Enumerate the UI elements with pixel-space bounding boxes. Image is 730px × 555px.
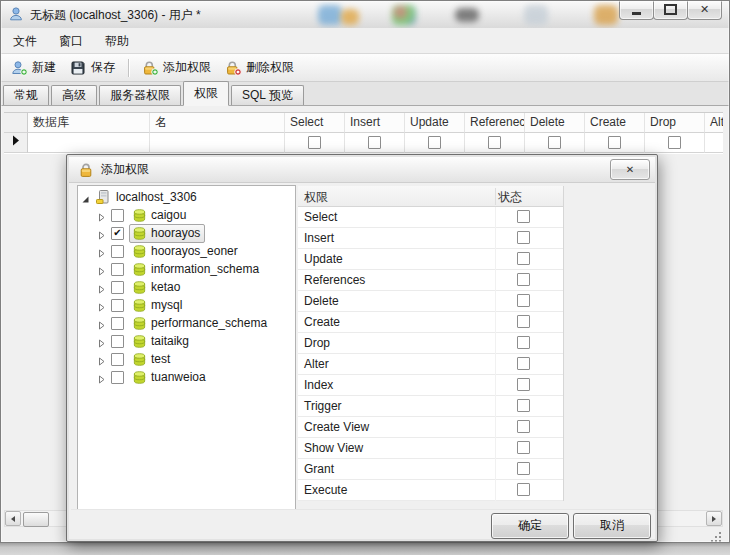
perm-row-delete[interactable]: Delete	[298, 291, 563, 312]
tree-item-caigou[interactable]: caigou	[78, 206, 295, 224]
perm-checkbox-select[interactable]	[517, 210, 530, 223]
perm-checkbox-alter[interactable]	[517, 357, 530, 370]
grid-column-header-create[interactable]: Create	[585, 113, 645, 133]
grid-column-header-drop[interactable]: Drop	[645, 113, 705, 133]
grid-cell-update[interactable]	[405, 133, 465, 153]
checkbox-referenece[interactable]	[488, 136, 501, 149]
grid-cell-database[interactable]	[28, 133, 150, 153]
tree-checkbox-caigou[interactable]	[111, 209, 124, 222]
perm-row-select[interactable]: Select	[298, 207, 563, 228]
tree-item-hoorayos-eoner[interactable]: hoorayos_eoner	[78, 242, 295, 260]
grid-column-header-alter[interactable]: Alter	[705, 113, 723, 133]
tree-item-tuanweioa[interactable]: tuanweioa	[78, 368, 295, 386]
tab-sql-preview[interactable]: SQL 预览	[231, 85, 304, 105]
horizontal-scroll-thumb[interactable]	[23, 512, 49, 527]
checkbox-select[interactable]	[308, 136, 321, 149]
tree-checkbox-hoorayos-eoner[interactable]	[111, 245, 124, 258]
delete-privilege-button[interactable]: 删除权限	[218, 57, 301, 79]
save-button[interactable]: 保存	[63, 57, 122, 79]
perm-row-references[interactable]: References	[298, 270, 563, 291]
grid-column-header-referenece[interactable]: Referenece	[465, 113, 525, 133]
menu-window[interactable]: 窗口	[48, 29, 94, 53]
expander-open-icon[interactable]	[81, 193, 90, 202]
tree-checkbox-performance-schema[interactable]	[111, 317, 124, 330]
state-column-header[interactable]: 状态	[498, 189, 522, 206]
checkbox-delete[interactable]	[548, 136, 561, 149]
checkbox-update[interactable]	[428, 136, 441, 149]
ok-button[interactable]: 确定	[491, 513, 569, 539]
expander-closed-icon[interactable]	[97, 301, 106, 310]
tree-item-hoorayos[interactable]: hoorayos	[78, 224, 295, 242]
perm-row-create[interactable]: Create	[298, 312, 563, 333]
perm-row-alter[interactable]: Alter	[298, 354, 563, 375]
perm-checkbox-show-view[interactable]	[517, 441, 530, 454]
expander-closed-icon[interactable]	[97, 373, 106, 382]
perm-checkbox-references[interactable]	[517, 273, 530, 286]
grid-cell-referenece[interactable]	[465, 133, 525, 153]
grid-cell-insert[interactable]	[345, 133, 405, 153]
expander-closed-icon[interactable]	[97, 283, 106, 292]
expander-closed-icon[interactable]	[97, 355, 106, 364]
expander-closed-icon[interactable]	[97, 247, 106, 256]
perm-checkbox-execute[interactable]	[517, 483, 530, 496]
grid-column-header--[interactable]: 名	[150, 113, 285, 133]
grid-column-header-update[interactable]: Update	[405, 113, 465, 133]
tree-item-information-schema[interactable]: information_schema	[78, 260, 295, 278]
perm-row-trigger[interactable]: Trigger	[298, 396, 563, 417]
perm-row-insert[interactable]: Insert	[298, 228, 563, 249]
new-button[interactable]: 新建	[4, 57, 63, 79]
minimize-button[interactable]	[619, 0, 654, 20]
checkbox-insert[interactable]	[368, 136, 381, 149]
privilege-column-header[interactable]: 权限	[304, 189, 328, 206]
cancel-button[interactable]: 取消	[573, 513, 651, 539]
perm-checkbox-insert[interactable]	[517, 231, 530, 244]
grid-data-row[interactable]	[4, 133, 723, 153]
perm-row-execute[interactable]: Execute	[298, 480, 563, 501]
expander-closed-icon[interactable]	[97, 265, 106, 274]
tab-server-privileges[interactable]: 服务器权限	[99, 85, 181, 105]
grid-column-header--[interactable]: 数据库	[28, 113, 150, 133]
grid-cell-select[interactable]	[285, 133, 345, 153]
tree-item-taitaikg[interactable]: taitaikg	[78, 332, 295, 350]
expander-closed-icon[interactable]	[97, 229, 106, 238]
tree-item-mysql[interactable]: mysql	[78, 296, 295, 314]
menu-help[interactable]: 帮助	[94, 29, 140, 53]
tree-checkbox-tuanweioa[interactable]	[111, 371, 124, 384]
row-selector-header[interactable]	[4, 113, 28, 133]
perm-checkbox-drop[interactable]	[517, 336, 530, 349]
expander-closed-icon[interactable]	[97, 211, 106, 220]
grid-cell-delete[interactable]	[525, 133, 585, 153]
resize-grip[interactable]	[709, 530, 723, 544]
perm-row-drop[interactable]: Drop	[298, 333, 563, 354]
tree-checkbox-information-schema[interactable]	[111, 263, 124, 276]
perm-checkbox-update[interactable]	[517, 252, 530, 265]
expander-closed-icon[interactable]	[97, 319, 106, 328]
menu-file[interactable]: 文件	[2, 29, 48, 53]
close-button[interactable]: ✕	[687, 0, 722, 20]
perm-row-show-view[interactable]: Show View	[298, 438, 563, 459]
expander-closed-icon[interactable]	[97, 337, 106, 346]
grid-cell-name[interactable]	[150, 133, 285, 153]
dialog-close-button[interactable]: ✕	[610, 159, 650, 180]
checkbox-drop[interactable]	[668, 136, 681, 149]
grid-cell-drop[interactable]	[645, 133, 705, 153]
tree-checkbox-ketao[interactable]	[111, 281, 124, 294]
tree-item-localhost-3306[interactable]: localhost_3306	[78, 188, 295, 206]
perm-checkbox-create[interactable]	[517, 315, 530, 328]
tree-checkbox-hoorayos[interactable]	[111, 227, 124, 240]
perm-row-update[interactable]: Update	[298, 249, 563, 270]
checkbox-create[interactable]	[608, 136, 621, 149]
tree-checkbox-taitaikg[interactable]	[111, 335, 124, 348]
perm-row-index[interactable]: Index	[298, 375, 563, 396]
add-privilege-button[interactable]: 添加权限	[135, 57, 218, 79]
perm-checkbox-delete[interactable]	[517, 294, 530, 307]
grid-cell-alter[interactable]	[705, 133, 723, 153]
perm-checkbox-create-view[interactable]	[517, 420, 530, 433]
scroll-right-button[interactable]	[706, 511, 722, 526]
row-marker-cell[interactable]	[4, 133, 28, 153]
tree-item-ketao[interactable]: ketao	[78, 278, 295, 296]
tab-general[interactable]: 常规	[3, 85, 49, 105]
tree-checkbox-test[interactable]	[111, 353, 124, 366]
perm-checkbox-grant[interactable]	[517, 462, 530, 475]
grid-cell-create[interactable]	[585, 133, 645, 153]
